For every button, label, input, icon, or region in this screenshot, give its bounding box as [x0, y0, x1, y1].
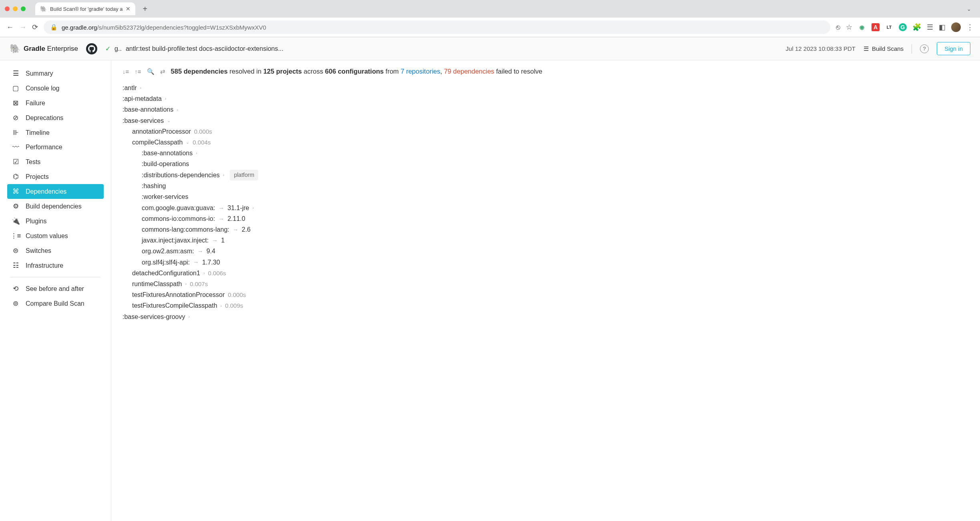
- bookmark-icon[interactable]: ☆: [846, 23, 852, 32]
- reload-button[interactable]: ⟳: [32, 23, 38, 32]
- sidebar-item-switches[interactable]: ⊜Switches: [7, 243, 104, 258]
- tree-row[interactable]: detachedConfiguration1 › 0.006s: [122, 268, 969, 279]
- sidebar-item-plugins[interactable]: 🔌Plugins: [7, 214, 104, 228]
- lock-icon: 🔒: [50, 24, 58, 31]
- sidebar-label: Switches: [26, 247, 51, 254]
- tree-row[interactable]: com.google.guava:guava: → 31.1-jre ›: [122, 202, 969, 213]
- tree-row[interactable]: :api-metadata›: [122, 93, 969, 104]
- sort-asc-icon[interactable]: ↑≡: [135, 68, 141, 75]
- chevron-right-icon: ›: [140, 84, 142, 92]
- sidebar-icon: ⌘: [11, 187, 20, 196]
- tree-row[interactable]: :build-operations: [122, 158, 969, 169]
- sidebar-item-timeline[interactable]: ⊪Timeline: [7, 125, 104, 140]
- tree-row[interactable]: commons-io:commons-io: → 2.11.0: [122, 213, 969, 224]
- filter-icon[interactable]: ⇄: [160, 68, 165, 75]
- menu-icon[interactable]: ⋮: [966, 23, 974, 32]
- build-date: Jul 12 2023 10:08:33 PDT: [786, 45, 855, 52]
- tree-row[interactable]: :base-services-groovy›: [122, 311, 969, 322]
- close-window-button[interactable]: [5, 6, 10, 11]
- tree-row[interactable]: testFixturesCompileClasspath › 0.009s: [122, 300, 969, 311]
- tree-row[interactable]: javax.inject:javax.inject: → 1: [122, 235, 969, 246]
- sidebar-footer-compare-build-scan[interactable]: ⊚Compare Build Scan: [7, 296, 104, 311]
- nav-bar: ← → ⟳ 🔒 ge.gradle.org/s/num5ib52372lg/de…: [0, 18, 980, 37]
- sidebar-label: Tests: [26, 158, 40, 166]
- reading-list-icon[interactable]: ☰: [927, 23, 933, 32]
- sidebar-item-custom-values[interactable]: ⋮≡Custom values: [7, 228, 104, 243]
- tree-row[interactable]: annotationProcessor 0.000s: [122, 126, 969, 137]
- back-button[interactable]: ←: [6, 23, 14, 32]
- chevron-right-icon: ›: [185, 280, 187, 288]
- extension-icon[interactable]: A: [872, 23, 880, 31]
- app-body: ☰Summary▢Console log⊠Failure⊘Deprecation…: [0, 60, 980, 521]
- tree-row[interactable]: :base-annotations›: [122, 104, 969, 115]
- tree-row[interactable]: compileClasspath⌄ 0.004s: [122, 137, 969, 148]
- sidebar-icon: ⊘: [11, 114, 20, 122]
- sidebar-icon: ⚙: [11, 202, 20, 210]
- dependency-summary: 585 dependencies resolved in 125 project…: [171, 68, 969, 75]
- sidebar-icon: ☰: [11, 69, 20, 78]
- sidebar-label: Summary: [26, 70, 53, 77]
- forward-button[interactable]: →: [19, 23, 26, 32]
- repositories-link[interactable]: 7 repositories: [401, 68, 440, 75]
- sign-in-button[interactable]: Sign in: [937, 42, 970, 55]
- tree-row[interactable]: :base-annotations ›: [122, 148, 969, 158]
- tree-row[interactable]: runtimeClasspath › 0.007s: [122, 279, 969, 289]
- extension-icon[interactable]: LT: [885, 23, 893, 31]
- sidebar-item-console-log[interactable]: ▢Console log: [7, 81, 104, 96]
- tree-row[interactable]: org.ow2.asm:asm: → 9.4: [122, 246, 969, 256]
- failed-deps-link[interactable]: 79 dependencies: [444, 68, 494, 75]
- chevron-right-icon: ›: [223, 171, 225, 179]
- chevron-right-icon: ›: [177, 106, 178, 114]
- minimize-window-button[interactable]: [13, 6, 18, 11]
- sidebar-item-tests[interactable]: ☑Tests: [7, 154, 104, 169]
- extensions-icon[interactable]: 🧩: [912, 23, 921, 32]
- dependencies-toolbar: ↓≡ ↑≡ 🔍 ⇄ 585 dependencies resolved in 1…: [122, 68, 969, 75]
- share-icon[interactable]: ⎋: [836, 23, 840, 32]
- profile-avatar[interactable]: [951, 22, 961, 32]
- close-tab-icon[interactable]: ✕: [126, 6, 131, 12]
- tree-row[interactable]: :worker-services: [122, 191, 969, 202]
- sidebar-item-dependencies[interactable]: ⌘Dependencies: [7, 184, 104, 199]
- list-icon: ☰: [864, 45, 869, 52]
- tab-bar: 🐘 Build Scan® for 'gradle' today a ✕ + ⌄: [0, 0, 980, 18]
- chevron-right-icon: ›: [189, 313, 190, 321]
- divider: [10, 277, 100, 277]
- maximize-window-button[interactable]: [21, 6, 26, 11]
- tree-row[interactable]: :hashing: [122, 180, 969, 191]
- sidebar-label: Compare Build Scan: [26, 300, 84, 307]
- tree-row[interactable]: testFixturesAnnotationProcessor 0.000s: [122, 289, 969, 300]
- sidebar-item-deprecations[interactable]: ⊘Deprecations: [7, 110, 104, 125]
- arrow-right-icon: →: [212, 235, 218, 246]
- sidebar-item-performance[interactable]: 〰Performance: [7, 140, 104, 154]
- extension-icon[interactable]: G: [899, 23, 907, 31]
- browser-tab[interactable]: 🐘 Build Scan® for 'gradle' today a ✕: [35, 2, 135, 15]
- side-panel-icon[interactable]: ◧: [939, 23, 946, 32]
- sidebar-item-infrastructure[interactable]: ☷Infrastructure: [7, 258, 104, 273]
- address-bar[interactable]: 🔒 ge.gradle.org/s/num5ib52372lg/dependen…: [44, 20, 830, 34]
- tab-overflow-button[interactable]: ⌄: [963, 6, 975, 12]
- sort-desc-icon[interactable]: ↓≡: [122, 68, 129, 75]
- sidebar-item-summary[interactable]: ☰Summary: [7, 66, 104, 81]
- search-icon[interactable]: 🔍: [147, 68, 155, 75]
- sidebar-icon: ⋮≡: [11, 232, 20, 240]
- sidebar-icon: ⟲: [11, 285, 20, 293]
- extension-icon[interactable]: ◉: [858, 23, 866, 31]
- sidebar-item-build-dependencies[interactable]: ⚙Build dependencies: [7, 199, 104, 214]
- tree-row[interactable]: :base-services⌄: [122, 115, 969, 126]
- tree-row[interactable]: org.slf4j:slf4j-api: → 1.7.30: [122, 257, 969, 268]
- sidebar-footer-see-before-and-after[interactable]: ⟲See before and after: [7, 281, 104, 296]
- tree-row[interactable]: commons-lang:commons-lang: → 2.6: [122, 224, 969, 235]
- tree-row[interactable]: :antlr›: [122, 82, 969, 93]
- gradle-logo[interactable]: 🐘 Gradle Enterprise: [10, 44, 78, 54]
- arrow-right-icon: →: [197, 246, 203, 256]
- github-icon[interactable]: [86, 43, 97, 54]
- sidebar-label: Custom values: [26, 232, 68, 240]
- sidebar-item-failure[interactable]: ⊠Failure: [7, 96, 104, 110]
- new-tab-button[interactable]: +: [139, 4, 151, 14]
- sidebar-item-projects[interactable]: ⌬Projects: [7, 169, 104, 184]
- build-scans-link[interactable]: ☰ Build Scans: [864, 45, 904, 52]
- url-host: ge.gradle.org: [62, 24, 97, 31]
- arrow-right-icon: →: [193, 257, 199, 267]
- help-icon[interactable]: ?: [920, 44, 929, 53]
- tree-row[interactable]: :distributions-dependencies › platform: [122, 170, 969, 181]
